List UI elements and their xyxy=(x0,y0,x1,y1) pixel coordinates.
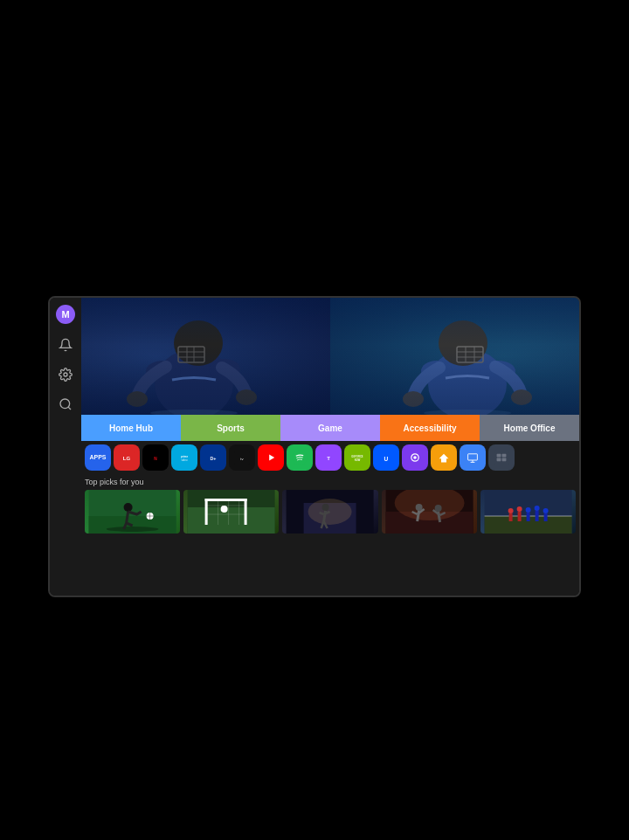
search-icon[interactable] xyxy=(57,396,74,413)
svg-point-11 xyxy=(127,391,148,407)
svg-point-63 xyxy=(124,503,133,512)
app-home-control[interactable] xyxy=(431,444,457,471)
app-twitch[interactable]: T xyxy=(315,444,342,471)
svg-rect-58 xyxy=(497,458,501,462)
svg-point-91 xyxy=(525,507,530,513)
svg-point-93 xyxy=(543,508,548,513)
content-section: Top picks for you xyxy=(81,474,579,596)
sidebar: M xyxy=(50,298,81,596)
user-avatar[interactable]: M xyxy=(56,305,75,324)
svg-point-25 xyxy=(424,410,511,415)
app-spotify[interactable] xyxy=(287,444,313,471)
main-content: Home Hub Sports Game Accessibility Home … xyxy=(81,298,579,596)
svg-rect-66 xyxy=(188,507,275,534)
app-disney-plus[interactable]: D+ xyxy=(200,444,226,471)
svg-point-80 xyxy=(322,504,329,511)
tab-accessibility[interactable]: Accessibility xyxy=(380,415,480,441)
svg-point-89 xyxy=(508,508,513,513)
content-thumb-1[interactable] xyxy=(85,490,180,534)
svg-rect-55 xyxy=(494,450,509,465)
svg-rect-68 xyxy=(245,499,247,525)
svg-text:T: T xyxy=(327,456,330,461)
svg-text:video: video xyxy=(181,458,188,462)
app-lg-channels[interactable]: LG xyxy=(114,444,140,471)
svg-point-62 xyxy=(107,527,159,532)
app-more[interactable] xyxy=(488,444,515,471)
apps-row: APPS LG N prime vid xyxy=(81,441,579,474)
content-thumb-4[interactable] xyxy=(382,490,477,534)
app-netflix[interactable]: N xyxy=(142,444,169,471)
svg-text:prime: prime xyxy=(181,455,189,458)
section-label: Top picks for you xyxy=(85,478,576,486)
app-geforce-now[interactable]: GEFORCE NOW xyxy=(344,444,370,471)
nav-tabs: Home Hub Sports Game Accessibility Home … xyxy=(81,415,579,441)
svg-point-12 xyxy=(236,389,257,405)
svg-point-0 xyxy=(64,373,67,376)
svg-rect-57 xyxy=(502,454,507,458)
app-screen-share[interactable] xyxy=(460,444,486,471)
svg-rect-69 xyxy=(205,499,247,501)
svg-text:NOW: NOW xyxy=(355,458,361,462)
tab-sports[interactable]: Sports xyxy=(181,415,280,441)
app-circle[interactable] xyxy=(402,444,428,471)
svg-text:D+: D+ xyxy=(210,456,216,461)
svg-rect-56 xyxy=(497,454,501,458)
svg-point-15 xyxy=(439,320,487,366)
svg-text:GEFORCE: GEFORCE xyxy=(351,455,363,458)
svg-point-1 xyxy=(60,399,70,409)
content-thumb-5[interactable] xyxy=(480,490,576,534)
app-ubisoft[interactable]: U xyxy=(373,444,399,471)
svg-text:U: U xyxy=(384,456,389,462)
svg-rect-51 xyxy=(465,450,480,465)
svg-point-3 xyxy=(174,320,223,366)
hockey-player-right xyxy=(380,301,555,415)
hockey-player-left xyxy=(107,301,281,415)
svg-point-85 xyxy=(434,505,441,512)
settings-icon[interactable] xyxy=(57,366,74,383)
content-thumb-3[interactable] xyxy=(282,490,377,534)
svg-text:N: N xyxy=(154,457,157,461)
tab-game[interactable]: Game xyxy=(280,415,380,441)
content-thumb-2[interactable] xyxy=(183,490,279,534)
svg-point-24 xyxy=(511,389,532,405)
bell-icon[interactable] xyxy=(57,336,74,354)
svg-point-49 xyxy=(413,456,417,459)
svg-point-90 xyxy=(516,506,522,512)
hero-banner xyxy=(81,298,579,416)
content-grid xyxy=(85,490,576,534)
tab-home-office[interactable]: Home Office xyxy=(480,415,579,441)
tv-screen: M xyxy=(48,296,581,597)
svg-point-76 xyxy=(221,506,228,513)
svg-text:LG: LG xyxy=(123,456,131,461)
app-prime-video[interactable]: prime video xyxy=(171,444,197,471)
svg-point-84 xyxy=(415,504,422,511)
app-youtube[interactable] xyxy=(258,444,284,471)
app-all-apps[interactable]: APPS xyxy=(85,444,111,471)
svg-point-92 xyxy=(534,506,539,511)
tab-home-hub[interactable]: Home Hub xyxy=(81,415,181,441)
svg-point-13 xyxy=(150,410,238,415)
app-apple-tv[interactable]: tv xyxy=(229,444,255,471)
svg-point-23 xyxy=(403,391,424,407)
svg-rect-59 xyxy=(502,458,507,462)
svg-rect-67 xyxy=(205,499,208,525)
